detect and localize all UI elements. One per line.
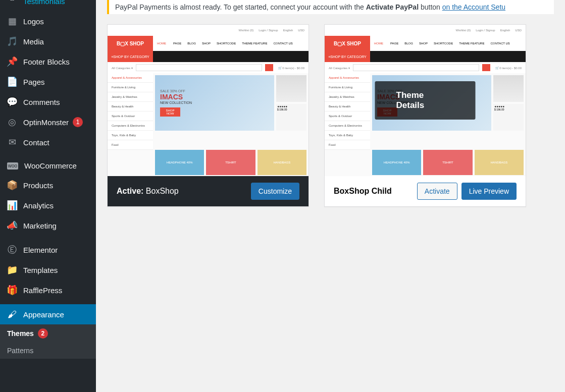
menu-footer-blocks[interactable]: 📌 Footer Blocks <box>0 51 96 72</box>
menu-label: Logos <box>23 17 44 26</box>
shot-search: All Categories ▾🛒 0 item(s) - $0.00 <box>325 62 526 73</box>
shot-hero: SALE 30% OFF IMACS NEW COLLECTION SHOP N… <box>155 75 274 131</box>
theme-footer: BoxShop Child Activate Live Preview <box>325 176 526 206</box>
menu-label: Appearance <box>23 310 64 319</box>
menu-label: Templates <box>23 266 58 274</box>
theme-name: Active: BoxShop <box>117 187 179 196</box>
menu-pages[interactable]: 📄 Pages <box>0 72 96 92</box>
notice-link[interactable]: on the Account Setu <box>442 3 505 11</box>
paypal-notice: PayPal Payments is almost ready. To get … <box>107 0 554 14</box>
menu-contact[interactable]: ✉ Contact <box>0 132 96 152</box>
elementor-icon: Ⓔ <box>7 245 17 255</box>
notice-strong: Activate PayPal <box>366 3 419 11</box>
menu-comments[interactable]: 💬 Comments <box>0 92 96 112</box>
menu-label: Marketing <box>23 221 57 230</box>
shot-body: Apparel & Accessories Furniture & Living… <box>108 73 309 150</box>
separator <box>0 300 96 304</box>
menu-rafflepress[interactable]: 🎁 RafflePress <box>0 280 96 300</box>
notice-text: button <box>419 3 442 11</box>
menu-media[interactable]: 🎵 Media <box>0 31 96 51</box>
submenu-themes[interactable]: Themes 2 <box>0 324 96 343</box>
shot-logo: B▢X SHOP <box>325 36 370 51</box>
submenu-label: Themes <box>7 329 34 338</box>
raffle-icon: 🎁 <box>7 285 17 295</box>
quote-icon: ❝ <box>7 0 17 6</box>
theme-active[interactable]: Wishlist (0)Login / SignupEnglishUSD B▢X… <box>107 24 309 207</box>
theme-actions: Activate Live Preview <box>417 183 517 200</box>
pages-icon: 📄 <box>7 77 17 87</box>
shot-search: All Categories ▾🛒 0 item(s) - $0.00 <box>108 62 309 73</box>
menu-label: Products <box>23 181 53 190</box>
menu-label: Pages <box>23 78 45 86</box>
theme-name: BoxShop Child <box>334 187 392 196</box>
shot-side: Apparel & Accessories Furniture & Living… <box>108 73 153 150</box>
shot-main: SALE 30% OFF IMACS NEW COLLECTION SHOP N… <box>153 73 309 133</box>
menu-label: Testimonials <box>23 0 65 6</box>
shot-header: Wishlist (0)Login / SignupEnglishUSD <box>325 25 526 36</box>
menu-elementor[interactable]: Ⓔ Elementor <box>0 240 96 260</box>
separator <box>0 236 96 240</box>
pin-icon: 📌 <box>7 57 17 67</box>
menu-label: Elementor <box>23 246 58 254</box>
shot-nav: B▢X SHOPHOMEPAGEBLOGSHOPSHORTCODETHEME F… <box>108 36 309 51</box>
brush-icon: 🖌 <box>7 309 17 319</box>
themes-container: Wishlist (0)Login / SignupEnglishUSD B▢X… <box>107 24 554 207</box>
shot-right: ★★★★★$ 196.00 <box>493 75 524 131</box>
live-preview-button[interactable]: Live Preview <box>461 183 517 200</box>
comment-icon: 💬 <box>7 97 17 107</box>
shot-cat: ≡ SHOP BY CATEGORY <box>325 51 526 62</box>
submenu-patterns[interactable]: Patterns <box>0 343 96 359</box>
active-prefix: Active: <box>117 187 143 195</box>
menu-label: RafflePress <box>23 286 62 295</box>
shot-nav: B▢X SHOPHOMEPAGEBLOGSHOPSHORTCODETHEME F… <box>325 36 526 51</box>
shot-logo: B▢X SHOP <box>108 36 153 51</box>
shot-right: ★★★★★$ 196.00 <box>276 75 306 131</box>
activate-button[interactable]: Activate <box>417 183 457 200</box>
menu-label: Media <box>23 37 44 46</box>
shot-header: Wishlist (0)Login / SignupEnglishUSD <box>108 25 309 36</box>
menu-label: Analytics <box>23 201 54 210</box>
menu-label: Contact <box>23 138 49 147</box>
badge-count: 1 <box>73 117 83 127</box>
theme-footer: Active: BoxShop Customize <box>108 176 309 206</box>
menu-products[interactable]: 📦 Products <box>0 175 96 195</box>
menu-logos[interactable]: ▦ Logos <box>0 11 96 31</box>
submenu-label: Patterns <box>7 347 33 355</box>
shot-banners: HEADPHONE 40% TSHIRT HANDBAGS <box>108 150 309 176</box>
theme-screenshot: Wishlist (0)Login / SignupEnglishUSD B▢X… <box>325 25 526 176</box>
menu-marketing[interactable]: 📣 Marketing <box>0 215 96 236</box>
shot-banners: HEADPHONE 40% TSHIRT HANDBAGS <box>325 150 526 176</box>
menu-testimonials[interactable]: ❝ Testimonials <box>0 0 96 11</box>
admin-sidebar: ❝ Testimonials ▦ Logos 🎵 Media 📌 Footer … <box>0 0 96 392</box>
theme-inactive[interactable]: Wishlist (0)Login / SignupEnglishUSD B▢X… <box>324 24 526 207</box>
menu-label: OptinMonster <box>23 118 69 127</box>
menu-optinmonster[interactable]: ◎ OptinMonster 1 <box>0 112 96 132</box>
shot-cat: ≡ SHOP BY CATEGORY <box>108 51 309 62</box>
chart-icon: 📊 <box>7 200 17 210</box>
badge-count: 2 <box>38 328 48 339</box>
active-name: BoxShop <box>146 187 179 195</box>
media-icon: 🎵 <box>7 36 17 46</box>
menu-label: Footer Blocks <box>23 58 70 66</box>
menu-label: Comments <box>23 98 60 106</box>
appearance-submenu: Themes 2 Patterns <box>0 324 96 359</box>
shot-side: Apparel & Accessories Furniture & Living… <box>325 73 370 150</box>
main-content: PayPal Payments is almost ready. To get … <box>96 0 565 218</box>
menu-woocommerce[interactable]: woo WooCommerce <box>0 156 96 175</box>
megaphone-icon: 📣 <box>7 220 17 231</box>
woo-icon: woo <box>7 162 18 170</box>
customize-button[interactable]: Customize <box>251 183 299 200</box>
separator <box>0 152 96 156</box>
menu-templates[interactable]: 📁 Templates <box>0 260 96 280</box>
grid-icon: ▦ <box>7 16 17 26</box>
theme-screenshot: Wishlist (0)Login / SignupEnglishUSD B▢X… <box>108 25 309 176</box>
menu-label: WooCommerce <box>24 161 77 170</box>
folder-icon: 📁 <box>7 265 17 275</box>
mail-icon: ✉ <box>7 137 17 147</box>
theme-details-overlay[interactable]: Theme Details <box>375 81 476 120</box>
menu-analytics[interactable]: 📊 Analytics <box>0 195 96 215</box>
notice-text: PayPal Payments is almost ready. To get … <box>115 3 366 11</box>
box-icon: 📦 <box>7 180 17 190</box>
optin-icon: ◎ <box>7 117 17 127</box>
menu-appearance[interactable]: 🖌 Appearance <box>0 304 96 324</box>
